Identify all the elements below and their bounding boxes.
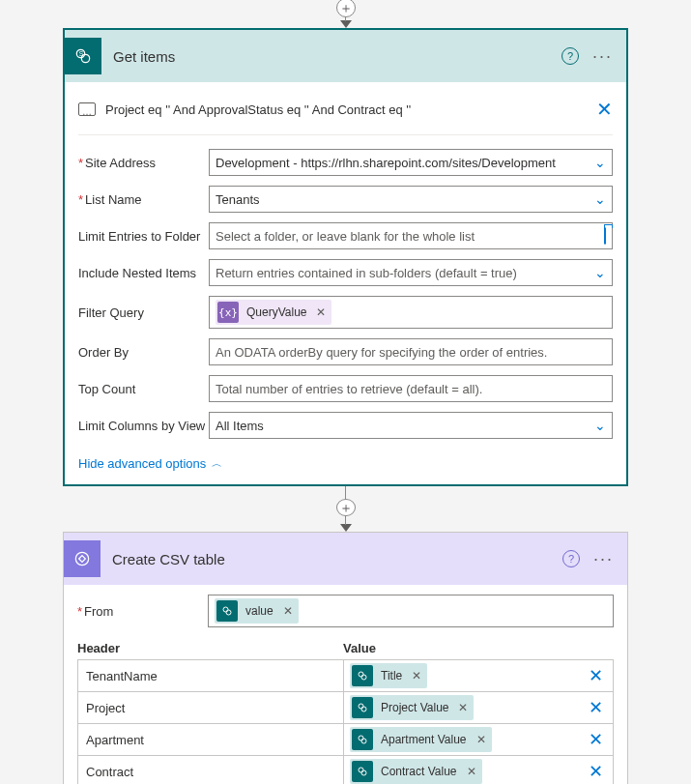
label-from: *From xyxy=(77,604,208,619)
card-menu-button[interactable]: ··· xyxy=(592,46,613,67)
svg-point-5 xyxy=(226,610,231,615)
value-cell[interactable]: Apartment Value✕✕ xyxy=(344,724,613,755)
token-remove-icon[interactable]: ✕ xyxy=(314,305,326,319)
table-row: ContractContract Value✕✕ xyxy=(77,756,614,784)
sharepoint-token-icon xyxy=(352,665,373,686)
chevron-down-icon: ⌄ xyxy=(587,265,606,280)
token-apartment value[interactable]: Apartment Value✕ xyxy=(350,727,492,752)
top-count-input[interactable]: Total number of entries to retrieve (def… xyxy=(209,375,613,402)
svg-point-6 xyxy=(359,672,363,677)
flow-arrow-icon xyxy=(340,524,352,532)
label-filter-query: Filter Query xyxy=(78,305,209,320)
svg-point-12 xyxy=(359,768,363,772)
row-delete-icon[interactable]: ✕ xyxy=(585,697,607,718)
card-header-csv[interactable]: Create CSV table ? ··· xyxy=(64,533,627,585)
table-row: ApartmentApartment Value✕✕ xyxy=(77,724,614,756)
svg-point-4 xyxy=(223,607,228,612)
token-project value[interactable]: Project Value✕ xyxy=(350,695,474,720)
table-row: ProjectProject Value✕✕ xyxy=(77,692,614,724)
peek-icon xyxy=(78,102,96,116)
table-row: TenantNameTitle✕✕ xyxy=(77,659,614,692)
action-card-create-csv: Create CSV table ? ··· *From value ✕ xyxy=(63,532,628,784)
token-remove-icon[interactable]: ✕ xyxy=(475,733,486,746)
help-icon[interactable]: ? xyxy=(561,47,579,65)
sharepoint-token-icon xyxy=(352,729,373,750)
svg-point-13 xyxy=(361,770,366,775)
value-cell[interactable]: Project Value✕✕ xyxy=(344,692,613,723)
site-address-select[interactable]: Development - https://rlhn.sharepoint.co… xyxy=(209,149,613,176)
chevron-down-icon: ⌄ xyxy=(587,418,606,433)
limit-folder-input[interactable]: Select a folder, or leave blank for the … xyxy=(209,222,613,249)
svg-point-9 xyxy=(361,707,366,711)
label-list-name: *List Name xyxy=(78,192,209,207)
token-remove-icon[interactable]: ✕ xyxy=(456,701,468,714)
token-remove-icon[interactable]: ✕ xyxy=(281,604,293,618)
peek-expression: Project eq '' And ApprovalStatus eq '' A… xyxy=(105,102,587,117)
header-cell[interactable]: TenantName xyxy=(78,660,344,691)
label-order-by: Order By xyxy=(78,345,209,360)
token-value[interactable]: value ✕ xyxy=(215,598,299,624)
header-cell[interactable]: Contract xyxy=(78,756,344,784)
list-name-select[interactable]: Tenants ⌄ xyxy=(209,186,613,213)
svg-text:S: S xyxy=(79,50,84,57)
label-include-nested: Include Nested Items xyxy=(78,266,209,280)
sharepoint-icon: S xyxy=(65,38,101,74)
chevron-up-icon: ︿ xyxy=(212,456,222,471)
include-nested-select[interactable]: Return entries contained in sub-folders … xyxy=(209,259,613,286)
expression-icon: {x} xyxy=(217,302,239,323)
value-cell[interactable]: Contract Value✕✕ xyxy=(344,756,613,784)
card-menu-button[interactable]: ··· xyxy=(593,549,614,569)
order-by-input[interactable]: An ODATA orderBy query for specifying th… xyxy=(209,338,613,365)
column-header-value: Value xyxy=(343,641,614,659)
header-cell[interactable]: Project xyxy=(78,692,344,723)
sharepoint-token-icon xyxy=(352,697,373,718)
chevron-down-icon: ⌄ xyxy=(587,155,606,170)
help-icon[interactable]: ? xyxy=(562,550,580,567)
filter-query-input[interactable]: {x} QueryValue ✕ xyxy=(209,296,613,329)
chevron-down-icon: ⌄ xyxy=(587,191,606,207)
hide-advanced-link[interactable]: Hide advanced options ︿ xyxy=(78,456,222,471)
svg-point-11 xyxy=(361,739,366,743)
peek-close-icon[interactable]: ✕ xyxy=(596,98,613,121)
add-step-button-top[interactable]: ＋ xyxy=(336,0,356,17)
row-delete-icon[interactable]: ✕ xyxy=(585,761,607,782)
token-queryvalue[interactable]: {x} QueryValue ✕ xyxy=(216,300,331,325)
data-operation-icon xyxy=(64,540,101,577)
column-header-header: Header xyxy=(77,641,343,659)
svg-point-7 xyxy=(361,675,366,680)
svg-point-10 xyxy=(359,736,363,740)
row-delete-icon[interactable]: ✕ xyxy=(585,665,607,686)
card-title: Get items xyxy=(113,48,550,65)
limit-view-select[interactable]: All Items ⌄ xyxy=(209,412,613,439)
svg-point-8 xyxy=(359,704,363,709)
card-header-get-items[interactable]: S Get items ? ··· xyxy=(65,30,626,82)
folder-picker-icon[interactable] xyxy=(596,228,606,244)
token-title[interactable]: Title✕ xyxy=(350,663,427,688)
label-limit-view: Limit Columns by View xyxy=(78,419,209,433)
value-cell[interactable]: Title✕✕ xyxy=(344,660,613,691)
token-remove-icon[interactable]: ✕ xyxy=(410,669,421,682)
sharepoint-token-icon xyxy=(216,600,238,622)
svg-point-3 xyxy=(75,552,88,565)
token-remove-icon[interactable]: ✕ xyxy=(465,765,476,778)
from-input[interactable]: value ✕ xyxy=(208,595,614,627)
add-step-button-mid[interactable]: ＋ xyxy=(336,499,356,516)
header-cell[interactable]: Apartment xyxy=(78,724,344,755)
label-site-address: *Site Address xyxy=(78,156,209,170)
label-top-count: Top Count xyxy=(78,382,209,396)
row-delete-icon[interactable]: ✕ xyxy=(585,729,607,750)
sharepoint-token-icon xyxy=(352,761,373,782)
action-card-get-items: S Get items ? ··· Project eq '' And Appr… xyxy=(63,28,628,486)
flow-arrow-icon xyxy=(340,20,352,28)
label-limit-folder: Limit Entries to Folder xyxy=(78,229,209,244)
token-contract value[interactable]: Contract Value✕ xyxy=(350,759,482,784)
card-title: Create CSV table xyxy=(112,551,551,567)
